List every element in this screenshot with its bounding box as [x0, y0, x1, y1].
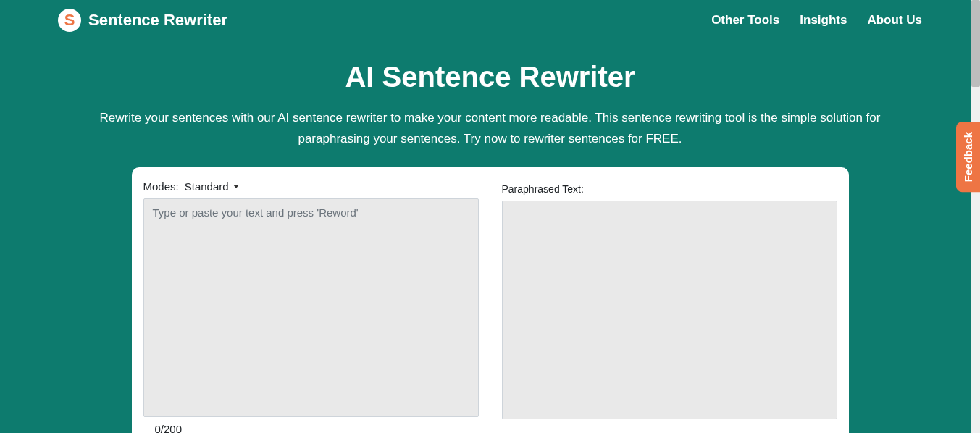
page-title: AI Sentence Rewriter	[58, 61, 922, 93]
output-label: Paraphrased Text:	[502, 183, 837, 195]
input-column: Modes: Standard 0/200 Rewrite Sentence	[143, 180, 479, 433]
header: S Sentence Rewriter Other Tools Insights…	[0, 0, 980, 41]
feedback-tab[interactable]: Feedback	[956, 122, 980, 192]
chevron-down-icon	[233, 185, 239, 188]
char-counter: 0/200	[155, 423, 479, 433]
nav-about[interactable]: About Us	[867, 13, 922, 28]
logo-letter: S	[64, 12, 75, 28]
logo-icon: S	[58, 9, 81, 32]
scrollbar-thumb[interactable]	[971, 0, 980, 87]
brand-name: Sentence Rewriter	[88, 11, 227, 30]
modes-label: Modes:	[143, 180, 179, 193]
nav: Other Tools Insights About Us	[711, 13, 922, 28]
hero: AI Sentence Rewriter Rewrite your senten…	[0, 41, 980, 167]
tool-card: Modes: Standard 0/200 Rewrite Sentence P…	[132, 167, 849, 433]
mode-selected: Standard	[185, 180, 229, 193]
output-box	[502, 201, 837, 419]
output-column: Paraphrased Text:	[502, 180, 837, 433]
nav-insights[interactable]: Insights	[800, 13, 847, 28]
page-subtitle: Rewrite your sentences with our AI sente…	[63, 108, 918, 150]
logo[interactable]: S Sentence Rewriter	[58, 9, 227, 32]
mode-select[interactable]: Standard	[185, 180, 239, 193]
scrollbar[interactable]	[971, 0, 980, 433]
nav-other-tools[interactable]: Other Tools	[711, 13, 779, 28]
input-textarea[interactable]	[143, 198, 479, 417]
modes-row: Modes: Standard	[143, 180, 479, 193]
